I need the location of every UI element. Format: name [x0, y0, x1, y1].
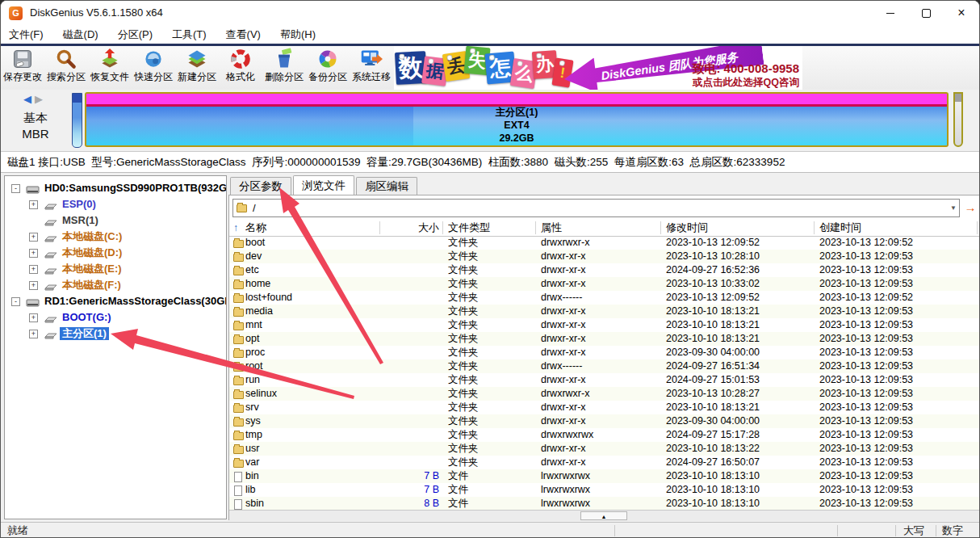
system-migration-button[interactable]: 系统迁移	[350, 46, 393, 90]
menu-item-1[interactable]: 磁盘(D)	[55, 25, 110, 44]
tree-item-7[interactable]: -RD1:GenericMassStorageClass(30GB)	[5, 293, 226, 309]
close-button[interactable]: ×	[944, 1, 979, 25]
tree-item-8[interactable]: +BOOT(G:)	[5, 309, 226, 326]
tree-item-5[interactable]: +本地磁盘(E:)	[5, 261, 226, 277]
expand-box-icon[interactable]: +	[29, 200, 38, 209]
file-row-lost+found[interactable]: lost+found文件夹drwx------2023-10-13 12:09:…	[229, 291, 980, 305]
format-button[interactable]: 格式化	[219, 46, 262, 90]
cell-created: 2023-10-13 12:09:53	[819, 456, 913, 469]
ad-banner[interactable]: 数据丢失怎么办! DiskGenius 团队为您服务 致电: 400-008-9…	[394, 46, 802, 90]
free-space-strip[interactable]	[953, 92, 963, 147]
menu-item-0[interactable]: 文件(F)	[1, 25, 55, 44]
cell-name: srv	[245, 401, 259, 414]
partition-bar[interactable]: 主分区(1) EXT4 29.2GB	[85, 92, 949, 147]
expand-box-icon[interactable]: +	[29, 313, 38, 322]
column-header-4[interactable]: 修改时间	[666, 220, 708, 236]
maximize-button[interactable]	[908, 1, 944, 25]
file-row-tmp[interactable]: tmp文件夹drwxrwxrwx2024-09-27 15:17:282023-…	[229, 428, 980, 442]
file-row-opt[interactable]: opt文件夹drwxr-xr-x2023-10-10 18:13:212023-…	[229, 332, 980, 346]
menu-item-2[interactable]: 分区(P)	[110, 25, 164, 44]
file-row-var[interactable]: var文件夹drwxr-xr-x2024-09-27 16:50:072023-…	[229, 456, 980, 469]
quick-partition-button[interactable]: 快速分区	[132, 46, 175, 90]
column-header-1[interactable]: 大小	[381, 220, 439, 236]
file-row-root[interactable]: root文件夹drwx------2024-09-27 16:51:342023…	[229, 359, 980, 373]
file-row-sys[interactable]: sys文件夹drwxr-xr-x2023-09-30 04:00:002023-…	[229, 414, 980, 428]
file-row-dev[interactable]: dev文件夹drwxr-xr-x2023-10-13 10:28:102023-…	[229, 250, 980, 263]
file-row-lib[interactable]: lib7 B文件lrwxrwxrwx2023-10-10 18:13:10202…	[229, 483, 980, 497]
expand-box-icon[interactable]: +	[29, 281, 38, 290]
file-row-proc[interactable]: proc文件夹drwxr-xr-x2023-09-30 04:00:002023…	[229, 346, 980, 359]
app-logo-icon: G	[9, 6, 23, 20]
file-row-srv[interactable]: srv文件夹drwxr-xr-x2023-10-10 18:13:212023-…	[229, 401, 980, 414]
disk-strip[interactable]	[72, 93, 82, 148]
cell-attr: drwxr-xr-x	[541, 401, 586, 414]
minimize-button[interactable]	[873, 1, 908, 25]
column-separator[interactable]	[379, 221, 380, 234]
tree-item-label: 本地磁盘(D:)	[60, 246, 124, 259]
column-separator[interactable]	[442, 221, 443, 234]
cell-type: 文件夹	[448, 305, 479, 318]
expand-box-icon[interactable]: -	[11, 297, 20, 306]
caps-indicator: 大写	[903, 523, 924, 538]
cell-type: 文件夹	[448, 250, 479, 263]
save-icon	[11, 48, 34, 70]
menu-item-5[interactable]: 帮助(H)	[272, 25, 327, 44]
prev-disk-arrow-icon[interactable]: ◀	[23, 93, 35, 105]
expand-box-icon[interactable]: +	[29, 330, 38, 338]
file-row-bin[interactable]: bin7 B文件lrwxrwxrwx2023-10-10 18:13:10202…	[229, 469, 980, 483]
column-header-5[interactable]: 创建时间	[819, 220, 861, 236]
tree-item-6[interactable]: +本地磁盘(F:)	[5, 277, 226, 293]
partition-map-panel: ◀▶ 基本 MBR 主分区(1) EXT4 29.2GB	[1, 90, 979, 152]
expand-box-icon[interactable]: +	[29, 249, 38, 258]
cell-created: 2023-10-13 12:09:52	[819, 291, 913, 305]
backup-partition-button[interactable]: 备份分区	[306, 46, 350, 90]
new-partition-button[interactable]: 新建分区	[175, 46, 219, 90]
cell-name: usr	[245, 442, 259, 456]
column-separator[interactable]	[660, 221, 661, 234]
tab-0[interactable]: 分区参数	[230, 177, 291, 195]
tree-item-3[interactable]: +本地磁盘(C:)	[5, 229, 226, 245]
file-row-selinux[interactable]: selinux文件夹drwxrwxr-x2023-10-13 10:28:272…	[229, 387, 980, 401]
file-row-boot[interactable]: boot文件夹drwxrwxr-x2023-10-13 12:09:522023…	[229, 236, 980, 250]
column-header-3[interactable]: 属性	[541, 220, 562, 236]
horizontal-scrollbar[interactable]: ▲	[229, 510, 980, 521]
column-header-2[interactable]: 文件类型	[448, 220, 490, 236]
file-row-run[interactable]: run文件夹drwxr-xr-x2024-09-27 15:01:532023-…	[229, 373, 980, 387]
expand-box-icon[interactable]: +	[29, 233, 38, 242]
chevron-down-icon[interactable]: ▼	[950, 200, 957, 216]
path-combobox[interactable]: / ▼	[232, 199, 960, 217]
menu-item-3[interactable]: 工具(T)	[164, 25, 218, 44]
file-row-etc[interactable]: etc文件夹drwxr-xr-x2024-09-27 16:52:362023-…	[229, 263, 980, 277]
ad-banner-qq-link[interactable]: 或点击此处选择QQ咨询	[693, 76, 799, 90]
ad-banner-phone: 致电: 400-008-9958	[692, 61, 799, 77]
tree-item-4[interactable]: +本地磁盘(D:)	[5, 245, 226, 261]
file-row-home[interactable]: home文件夹drwxr-xr-x2023-10-13 10:33:022023…	[229, 277, 980, 291]
expand-box-icon[interactable]: -	[11, 184, 20, 193]
column-separator[interactable]	[977, 221, 978, 234]
cell-created: 2023-10-13 12:09:53	[819, 497, 913, 511]
tree-item-1[interactable]: +ESP(0)	[5, 196, 226, 212]
delete-partition-button[interactable]: 删除分区	[262, 46, 306, 90]
search-button[interactable]: 搜索分区	[44, 46, 88, 90]
file-row-sbin[interactable]: sbin8 B文件lrwxrwxrwx2023-10-10 18:13:1020…	[229, 497, 980, 511]
tree-item-0[interactable]: -HD0:SamsungSSD990PRO1TB(932GB)	[5, 180, 226, 196]
file-row-media[interactable]: media文件夹drwxr-xr-x2023-10-10 18:13:21202…	[229, 305, 980, 318]
scrollbar-thumb[interactable]: ▲	[580, 511, 627, 520]
next-disk-arrow-icon[interactable]: ▶	[35, 93, 46, 105]
save-button[interactable]: 保存更改	[1, 46, 44, 90]
path-go-button[interactable]: →	[963, 199, 978, 216]
column-separator[interactable]	[535, 221, 536, 234]
menu-item-4[interactable]: 查看(V)	[218, 25, 272, 44]
column-header-0[interactable]: 名称	[245, 220, 266, 236]
recover-files-button[interactable]: 恢复文件	[88, 46, 132, 90]
tab-1[interactable]: 浏览文件	[293, 175, 354, 195]
expand-box-icon[interactable]: +	[29, 265, 38, 274]
tree-item-primary-partition-selected[interactable]: +主分区(1)	[5, 326, 226, 342]
window-controls: ×	[873, 1, 979, 25]
tree-item-2[interactable]: MSR(1)	[5, 212, 226, 229]
file-row-usr[interactable]: usr文件夹drwxr-xr-x2023-10-10 18:13:222023-…	[229, 442, 980, 456]
cell-modified: 2024-09-27 16:50:07	[666, 456, 760, 469]
column-separator[interactable]	[814, 221, 815, 234]
tab-2[interactable]: 扇区编辑	[356, 177, 417, 195]
file-row-mnt[interactable]: mnt文件夹drwxr-xr-x2023-10-10 18:13:212023-…	[229, 318, 980, 332]
